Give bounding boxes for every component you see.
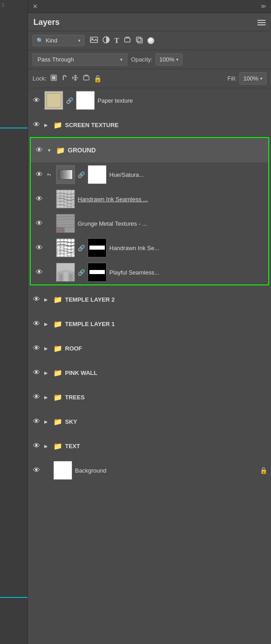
expand-icon[interactable]: ▶ — [44, 370, 51, 375]
expand-icon[interactable]: ▶ — [44, 419, 51, 424]
eye-icon[interactable]: 👁 — [32, 344, 42, 352]
eye-icon[interactable]: 👁 — [32, 121, 42, 129]
eye-icon[interactable]: 👁 — [32, 295, 42, 303]
expand-icon[interactable]: ▶ — [44, 322, 51, 327]
layer-row-temple2[interactable]: 👁 ▶ 📁 TEMPLE LAYER 2 — [28, 287, 271, 312]
layer-row-background[interactable]: 👁 Background 🔒 — [28, 458, 271, 483]
layer-row-ground[interactable]: 👁 ▼ 📁 GROUND — [31, 138, 268, 162]
filter-toolbar: 🔍 Kind ▾ — [28, 31, 271, 50]
layer-row-hue-sat[interactable]: 👁 ↵ 🔗 Hue/Satura... — [31, 162, 268, 187]
eye-icon[interactable]: 👁 — [32, 417, 42, 426]
layer-name: Handrawn Ink Se... — [109, 245, 265, 251]
expand-icon[interactable]: ▶ — [44, 123, 51, 128]
blend-mode-label: Pass Through — [37, 56, 118, 63]
lock-move-icon[interactable] — [72, 74, 79, 83]
fill-group: Fill: 100% ▾ — [228, 72, 266, 85]
layer-name: TEXT — [65, 443, 267, 450]
filter-adjustment-icon[interactable] — [103, 36, 110, 45]
layer-name: TEMPLE LAYER 1 — [65, 321, 267, 327]
layer-row-pinkwall[interactable]: 👁 ▶ 📁 PINK WALL — [28, 360, 271, 385]
clipping-arrow-icon: ↵ — [47, 171, 53, 178]
opacity-value: 100% — [159, 56, 174, 63]
link-icon: 🔗 — [78, 269, 85, 276]
layers-list: 👁 🔗 Paper texture 👁 ▶ 📁 SCREEN TEXTURE — [28, 88, 271, 483]
adj-thumbnail — [56, 165, 75, 184]
kind-chevron-icon: ▾ — [78, 38, 80, 43]
eye-icon[interactable]: 👁 — [32, 320, 42, 328]
folder-icon: 📁 — [53, 442, 62, 450]
layer-row-roof[interactable]: 👁 ▶ 📁 ROOF — [28, 336, 271, 360]
filter-text-icon[interactable]: T — [114, 37, 119, 45]
filter-icons: T — [90, 36, 154, 45]
layer-row[interactable]: 👁 ▶ 📁 SCREEN TEXTURE — [28, 113, 271, 137]
svg-rect-7 — [52, 76, 56, 80]
filter-effect-icon[interactable] — [147, 37, 154, 44]
layer-name: Paper texture — [98, 97, 267, 104]
expand-icon[interactable]: ▶ — [44, 297, 51, 302]
opacity-chevron: ▾ — [176, 57, 178, 62]
expand-icon[interactable]: ▶ — [44, 444, 51, 449]
close-button[interactable]: ✕ — [33, 3, 38, 10]
expand-icon[interactable]: ▶ — [44, 346, 51, 351]
eye-icon[interactable]: 👁 — [34, 195, 44, 203]
layer-thumbnail — [53, 461, 72, 480]
layer-row-text[interactable]: 👁 ▶ 📁 TEXT — [28, 434, 271, 458]
lock-pixels-icon[interactable] — [50, 74, 57, 83]
eye-icon[interactable]: 👁 — [34, 146, 44, 154]
panel-title: Layers — [33, 18, 60, 27]
expand-icon[interactable]: ▶ — [44, 395, 51, 400]
link-icon: 🔗 — [78, 245, 85, 251]
eye-icon[interactable]: 👁 — [34, 170, 44, 179]
panel-top-bar: ✕ ≫ — [28, 0, 271, 13]
layer-name: Hue/Satura... — [109, 171, 265, 178]
background-lock-icon: 🔒 — [260, 467, 267, 474]
lock-row: Lock: — [28, 69, 271, 88]
layer-name: Background — [75, 467, 257, 474]
layer-thumbnail — [44, 91, 63, 110]
layer-row[interactable]: 👁 🔗 Paper texture — [28, 88, 271, 113]
eye-icon[interactable]: 👁 — [34, 219, 44, 227]
layer-thumbnail — [56, 238, 75, 257]
blend-mode-dropdown[interactable]: Pass Through ▾ — [33, 53, 127, 66]
layer-row-sky[interactable]: 👁 ▶ 📁 SKY — [28, 409, 271, 434]
eye-icon[interactable]: 👁 — [32, 369, 42, 377]
kind-dropdown[interactable]: 🔍 Kind ▾ — [33, 35, 84, 46]
eye-icon[interactable]: 👁 — [32, 393, 42, 401]
layer-name: PINK WALL — [65, 369, 267, 376]
mask-thumbnail — [88, 238, 107, 257]
opacity-group: Opacity: 100% ▾ — [131, 53, 182, 66]
eye-icon[interactable]: 👁 — [32, 96, 42, 104]
expand-icon[interactable]: ▼ — [47, 148, 53, 153]
folder-icon: 📁 — [53, 121, 62, 129]
layer-thumbnail — [56, 214, 75, 233]
collapse-button[interactable]: ≫ — [261, 3, 266, 9]
filter-image-icon[interactable] — [90, 37, 98, 44]
folder-icon: 📁 — [53, 295, 62, 304]
filter-smartobj-icon[interactable] — [136, 36, 143, 45]
panel-menu-icon[interactable] — [257, 20, 266, 25]
layer-row-trees[interactable]: 👁 ▶ 📁 TREES — [28, 385, 271, 409]
layer-row-playful[interactable]: 👁 🔗 — [31, 260, 268, 284]
lock-all-icon[interactable]: 🔒 — [93, 75, 102, 83]
svg-rect-15 — [69, 274, 73, 282]
kind-label: Kind — [46, 37, 76, 44]
layer-row-handrawn-2[interactable]: 👁 🔗 — [31, 236, 268, 260]
filter-shape-icon[interactable] — [124, 36, 131, 45]
opacity-value-control[interactable]: 100% ▾ — [155, 53, 182, 66]
eye-icon[interactable]: 👁 — [34, 244, 44, 252]
mask-thumbnail — [88, 263, 107, 282]
eye-icon[interactable]: 👁 — [32, 442, 42, 450]
folder-icon: 📁 — [53, 320, 62, 328]
eye-icon[interactable]: 👁 — [32, 466, 42, 474]
lock-paint-icon[interactable] — [61, 74, 68, 83]
folder-icon: 📁 — [56, 146, 65, 155]
svg-rect-3 — [125, 38, 130, 42]
layer-row-temple1[interactable]: 👁 ▶ 📁 TEMPLE LAYER 1 — [28, 312, 271, 336]
eye-icon[interactable]: 👁 — [34, 268, 44, 276]
lock-artboard-icon[interactable] — [83, 74, 90, 83]
layer-row-handrawn-1[interactable]: 👁 Handrawn Ink Seamless ... — [31, 187, 268, 211]
layer-row-grunge[interactable]: 👁 — [31, 211, 268, 236]
search-icon: 🔍 — [37, 38, 43, 44]
fill-chevron: ▾ — [260, 76, 262, 81]
fill-value-control[interactable]: 100% ▾ — [239, 72, 266, 85]
